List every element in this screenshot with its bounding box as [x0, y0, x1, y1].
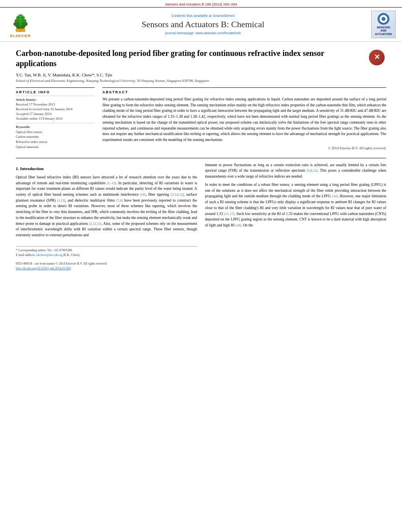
history-section: Article history: Received 17 November 20… — [16, 96, 95, 123]
ref-15-17[interactable]: [15–17] — [224, 212, 234, 216]
contents-text: Contents lists available at — [171, 14, 212, 18]
kw-3: Refractive index sensor — [16, 140, 47, 144]
ref-3-5-8-12[interactable]: [3,5,8,12] — [171, 193, 184, 196]
ref-14[interactable]: [14] — [332, 194, 337, 198]
sciencedirect-link[interactable]: ScienceDirect — [213, 14, 235, 18]
crossmark-icon — [369, 50, 385, 65]
revised-date: Received in revised form 16 January 2014 — [16, 107, 95, 112]
accepted-date: Accepted 17 January 2014 — [16, 112, 95, 117]
body-columns: 1. Introduction Optical fiber based refr… — [16, 162, 386, 258]
article-info-heading: ARTICLE INFO — [16, 90, 95, 94]
available-date: Available online 13 February 2014 — [16, 117, 95, 121]
journal-homepage: journal homepage: www.elsevier.com/locat… — [40, 31, 366, 35]
sensors-logo-box: SENSORSANDACTUATORS — [370, 11, 397, 38]
section-divider — [16, 158, 386, 158]
right-para1: immune to power fluctuations as long as … — [205, 162, 386, 180]
svg-point-7 — [21, 19, 26, 23]
footnote-area: * Corresponding author. Tel.: +65 679053… — [16, 246, 197, 258]
elsevier-label: ELSEVIER — [10, 34, 31, 38]
sensors-logo-icon — [378, 13, 389, 25]
top-citation-text: Sensors and Actuators B 196 (2014) 260–2… — [165, 2, 237, 6]
ref-2-12-13[interactable]: [2,12,13] — [89, 222, 101, 226]
kw-2: Carbon nanotube — [16, 135, 39, 139]
intro-heading: 1. Introduction — [16, 165, 197, 172]
journal-header: ELSEVIER Contents lists available at Sci… — [0, 7, 402, 42]
received-date: Received 17 November 2013 — [16, 102, 95, 107]
right-para2: In order to meet the conditions of a rob… — [205, 182, 386, 228]
keywords-section: Keywords: Optical fiber sensor Carbon na… — [16, 123, 95, 151]
svg-point-10 — [21, 16, 25, 19]
email-link[interactable]: kkchow@ntu.edu.sg — [36, 253, 62, 257]
info-abstract-container: ARTICLE INFO Article history: Received 1… — [16, 87, 386, 152]
journal-center: Contents lists available at ScienceDirec… — [40, 14, 366, 35]
email-label: E-mail address: — [16, 253, 35, 257]
copyright-line: © 2014 Elsevier B.V. All rights reserved… — [102, 146, 386, 150]
ref-1-13[interactable]: [1,13] — [57, 198, 65, 202]
keywords-heading: Keywords: — [16, 125, 95, 129]
ref-7-9[interactable]: [7,9] — [116, 198, 123, 202]
kw-1: Optical fiber sensor — [16, 130, 42, 134]
left-column: 1. Introduction Optical fiber based refr… — [16, 162, 197, 258]
right-column: immune to power fluctuations as long as … — [205, 162, 386, 258]
elsevier-tree-icon — [9, 11, 32, 33]
ref-24[interactable]: [24] — [235, 223, 241, 227]
abstract-text: We present a carbon-nanotube-deposited l… — [102, 96, 386, 143]
email-person: (K.K. Chow). — [63, 253, 80, 257]
sensors-logo-img: SENSORSANDACTUATORS — [371, 11, 396, 38]
corresponding-author: * Corresponding author. Tel.: +65 679053… — [16, 248, 197, 253]
email-line: E-mail address: kkchow@ntu.edu.sg (K.K. … — [16, 253, 197, 258]
elsevier-logo: ELSEVIER — [5, 11, 36, 38]
journal-title: Sensors and Actuators B: Chemical — [40, 19, 366, 30]
svg-point-9 — [16, 16, 20, 19]
sensors-logo-text: SENSORSANDACTUATORS — [375, 26, 392, 36]
keywords-list: Optical fiber sensor Carbon nanotube Ref… — [16, 130, 95, 150]
abstract-panel: ABSTRACT We present a carbon-nanotube-de… — [102, 87, 386, 152]
authors-line: Y.C. Tan, W.B. Ji, V. Mamidala, K.K. Cho… — [16, 72, 386, 77]
top-citation-bar: Sensors and Actuators B 196 (2014) 260–2… — [0, 0, 402, 7]
footer-issn: 0925-4005/$ – see front matter © 2014 El… — [16, 261, 386, 266]
page-footer: 0925-4005/$ – see front matter © 2014 El… — [16, 261, 386, 271]
doi-link[interactable]: http://dx.doi.org/10.1016/j.snb.2014.01.… — [16, 267, 71, 270]
homepage-url[interactable]: www.elsevier.com/locate/snb — [195, 31, 241, 35]
ref-1-13[interactable]: [1–13] — [107, 181, 116, 185]
ref-5-8-12[interactable]: [5,8,12] — [307, 169, 317, 172]
affiliation-line: School of Electrical and Electronic Engi… — [16, 79, 386, 83]
contents-line: Contents lists available at ScienceDirec… — [40, 14, 366, 18]
svg-point-6 — [15, 19, 20, 23]
article-content: Carbon-nanotube-deposited long period fi… — [0, 42, 402, 277]
page: Sensors and Actuators B 196 (2014) 260–2… — [0, 0, 402, 532]
kw-4: Optical materials — [16, 145, 39, 149]
article-title: Carbon-nanotube-deposited long period fi… — [16, 48, 386, 69]
history-heading: Article history: — [16, 98, 95, 102]
intro-para1: Optical fiber based refractive index (RI… — [16, 174, 197, 238]
footer-doi: http://dx.doi.org/10.1016/j.snb.2014.01.… — [16, 266, 386, 271]
article-info-panel: ARTICLE INFO Article history: Received 1… — [16, 87, 95, 152]
ref-10[interactable]: [10] — [140, 193, 146, 196]
abstract-heading: ABSTRACT — [102, 90, 386, 94]
crossmark-badge[interactable] — [367, 48, 386, 67]
